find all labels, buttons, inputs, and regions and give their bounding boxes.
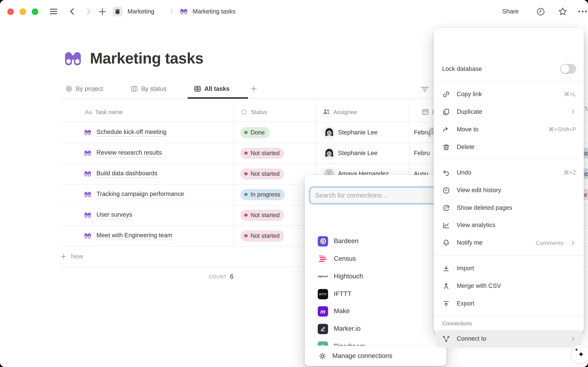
duplicate-icon <box>442 108 450 116</box>
status-badge[interactable]: Not started <box>240 210 284 221</box>
connection-item-hightouch[interactable]: hightouch Hightouch <box>305 268 446 285</box>
new-row-button[interactable]: New <box>60 246 83 267</box>
tab-all-tasks[interactable]: All tasks <box>194 80 230 98</box>
traffic-light-zoom[interactable] <box>32 8 38 15</box>
status-dot <box>244 131 248 134</box>
task-cell[interactable]: Review research results <box>83 143 162 164</box>
menu-item-delete[interactable]: Delete <box>436 138 581 156</box>
connect-to-icon <box>442 335 450 343</box>
menu-item-connect-to[interactable]: Connect to <box>436 330 581 348</box>
task-binoculars-icon <box>83 170 92 178</box>
calendar-icon <box>422 108 429 116</box>
task-title[interactable]: Meet with Engineering team <box>97 232 172 240</box>
filter-icon[interactable] <box>420 85 430 94</box>
task-binoculars-icon <box>83 232 92 240</box>
notion-ai-button[interactable]: ✦ ✦ <box>571 345 588 363</box>
updates-clock-icon[interactable] <box>536 0 546 23</box>
share-button[interactable]: Share <box>502 0 519 23</box>
pipedream-logo-icon: p <box>318 341 328 346</box>
more-options-icon[interactable] <box>578 0 588 23</box>
menu-item-import[interactable]: Import <box>436 259 581 277</box>
tag-chip[interactable]: eb <box>584 168 588 179</box>
status-badge[interactable]: Done <box>240 127 269 138</box>
breadcrumb-workspace-icon[interactable] <box>113 0 123 23</box>
task-cell[interactable]: Meet with Engineering team <box>83 225 172 246</box>
menu-item-lock-database[interactable]: Lock database <box>436 60 581 78</box>
history-clock-icon <box>442 186 450 194</box>
connections-section-header: Connections <box>442 320 472 326</box>
tag-chip[interactable]: eb <box>584 148 588 158</box>
column-header-task-name[interactable]: Aa Task name <box>85 102 123 122</box>
menu-divider <box>434 81 584 82</box>
tab-by-project[interactable]: By project <box>65 80 103 98</box>
status-dot <box>244 193 248 196</box>
gear-icon <box>318 352 327 360</box>
task-title[interactable]: Build data dashboards <box>97 169 157 178</box>
people-icon <box>323 108 331 116</box>
page-icon-binoculars[interactable] <box>62 48 84 69</box>
menu-item-move-to[interactable]: Move to ⌘+Shift+P <box>436 121 581 138</box>
menu-item-duplicate[interactable]: Duplicate <box>436 103 581 121</box>
connection-item-ifttt[interactable]: IFTTT IFTTT <box>305 285 446 303</box>
task-cell[interactable]: Build data dashboards <box>83 164 157 184</box>
manage-connections-button[interactable]: Manage connections <box>305 346 446 366</box>
date-cell[interactable]: Febru <box>414 143 430 164</box>
connection-item-pipedream[interactable]: p Pipedream <box>305 338 446 346</box>
menu-item-notify-me[interactable]: Notify me Comments <box>436 234 581 251</box>
column-header-assignee[interactable]: Assignee <box>323 102 357 122</box>
task-title[interactable]: Schedule kick-off meeting <box>97 128 166 137</box>
status-badge[interactable]: Not started <box>240 168 284 179</box>
tags-column-sliver: Ta eb eb pr <box>584 99 588 267</box>
status-badge[interactable]: Not started <box>240 148 284 159</box>
tag-chip[interactable]: pr <box>584 189 588 200</box>
menu-item-copy-link[interactable]: Copy link ⌘+L <box>436 85 581 103</box>
add-view-icon[interactable] <box>250 85 258 93</box>
tab-by-status[interactable]: By status <box>131 80 167 98</box>
menu-item-undo[interactable]: Undo ⌘+Z <box>436 164 581 181</box>
status-badge[interactable]: Not started <box>240 230 284 242</box>
forward-icon[interactable] <box>84 0 93 23</box>
active-tab-underline <box>188 97 248 99</box>
assignee-name: Stephanie Lee <box>338 129 378 136</box>
connection-item-census[interactable]: Census <box>305 250 446 268</box>
status-badge[interactable]: In progress <box>240 189 285 200</box>
breadcrumb-page[interactable]: Marketing tasks <box>193 0 235 23</box>
text-property-icon: Aa <box>85 108 92 115</box>
table-icon <box>194 85 201 93</box>
count-summary[interactable]: COUNT 6 <box>60 268 234 285</box>
menu-item-merge-with-csv[interactable]: Merge with CSV <box>436 277 581 295</box>
search-input[interactable]: Search for connections... <box>310 188 439 203</box>
status-burst-icon <box>240 108 248 116</box>
menu-item-view-edit-history[interactable]: View edit history <box>436 181 581 199</box>
column-header-status[interactable]: Status <box>240 102 267 122</box>
connection-item-bardeen[interactable]: Bardeen <box>305 233 446 250</box>
task-title[interactable]: Review research results <box>97 149 162 157</box>
connection-item-make[interactable]: m Make <box>305 302 446 320</box>
task-cell[interactable]: User surveys <box>83 205 132 225</box>
menu-item-export[interactable]: Export <box>436 295 581 312</box>
traffic-light-close[interactable] <box>7 8 14 15</box>
new-page-icon[interactable] <box>98 0 107 23</box>
tab-label: All tasks <box>204 85 230 92</box>
task-title[interactable]: User surveys <box>97 211 132 219</box>
lock-toggle[interactable] <box>560 64 576 74</box>
sidebar-menu-icon[interactable] <box>49 0 58 23</box>
connection-item-marker-io[interactable]: p Marker.io <box>305 320 446 338</box>
analytics-chart-icon <box>442 221 450 229</box>
task-binoculars-icon <box>83 211 92 219</box>
task-title[interactable]: Tracking campaign performance <box>97 190 184 199</box>
date-cell[interactable]: Febru <box>414 122 430 143</box>
status-dot <box>244 213 248 217</box>
traffic-light-minimize[interactable] <box>20 8 26 15</box>
task-cell[interactable]: Schedule kick-off meeting <box>83 122 166 143</box>
move-to-icon <box>442 125 450 133</box>
breadcrumb-root[interactable]: Marketing <box>128 0 155 23</box>
connections-popup: Search for connections... Bardeen Census… <box>305 175 446 366</box>
assignee-cell[interactable]: Stephanie Lee <box>323 143 378 164</box>
favorite-star-icon[interactable] <box>558 0 568 23</box>
menu-item-show-deleted-pages[interactable]: Show deleted pages <box>436 199 581 217</box>
task-cell[interactable]: Tracking campaign performance <box>83 184 184 205</box>
back-icon[interactable] <box>68 0 76 23</box>
menu-item-view-analytics[interactable]: View analytics <box>436 216 581 234</box>
restore-clock-icon <box>442 204 450 212</box>
